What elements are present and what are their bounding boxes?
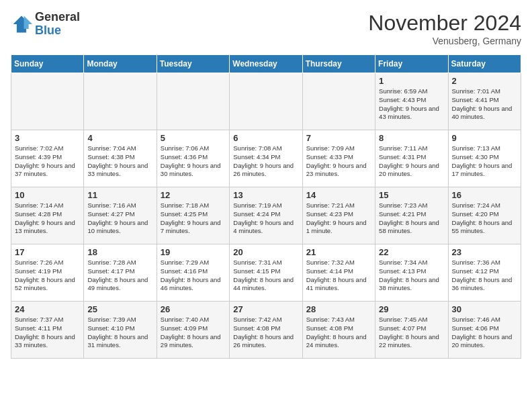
calendar-week-1: 3Sunrise: 7:02 AM Sunset: 4:39 PM Daylig… xyxy=(11,130,521,187)
th-thursday: Thursday xyxy=(302,55,375,73)
table-row: 9Sunrise: 7:13 AM Sunset: 4:30 PM Daylig… xyxy=(448,130,521,187)
day-number: 20 xyxy=(233,247,298,257)
day-info: Sunrise: 7:37 AM Sunset: 4:11 PM Dayligh… xyxy=(15,316,80,350)
day-number: 3 xyxy=(15,133,80,143)
title-area: November 2024 Venusberg, Germany xyxy=(368,11,521,46)
day-number: 27 xyxy=(233,304,298,314)
table-row: 20Sunrise: 7:31 AM Sunset: 4:15 PM Dayli… xyxy=(230,244,302,302)
svg-marker-1 xyxy=(24,15,32,29)
table-row: 28Sunrise: 7:43 AM Sunset: 4:08 PM Dayli… xyxy=(302,302,375,359)
calendar-header: Sunday Monday Tuesday Wednesday Thursday… xyxy=(11,55,521,73)
table-row: 16Sunrise: 7:24 AM Sunset: 4:20 PM Dayli… xyxy=(448,187,521,244)
table-row: 6Sunrise: 7:08 AM Sunset: 4:34 PM Daylig… xyxy=(230,130,302,187)
table-row: 7Sunrise: 7:09 AM Sunset: 4:33 PM Daylig… xyxy=(302,130,375,187)
day-number: 17 xyxy=(15,247,80,257)
table-row: 17Sunrise: 7:26 AM Sunset: 4:19 PM Dayli… xyxy=(11,244,84,302)
day-info: Sunrise: 7:40 AM Sunset: 4:09 PM Dayligh… xyxy=(161,316,226,350)
table-row: 15Sunrise: 7:23 AM Sunset: 4:21 PM Dayli… xyxy=(375,187,448,244)
table-row: 3Sunrise: 7:02 AM Sunset: 4:39 PM Daylig… xyxy=(11,130,84,187)
th-saturday: Saturday xyxy=(448,55,521,73)
day-info: Sunrise: 7:21 AM Sunset: 4:23 PM Dayligh… xyxy=(306,201,371,236)
day-info: Sunrise: 7:08 AM Sunset: 4:34 PM Dayligh… xyxy=(233,144,298,179)
day-number: 15 xyxy=(379,190,444,200)
table-row: 23Sunrise: 7:36 AM Sunset: 4:12 PM Dayli… xyxy=(448,244,521,302)
page: General Blue November 2024 Venusberg, Ge… xyxy=(0,0,532,364)
table-row: 13Sunrise: 7:19 AM Sunset: 4:24 PM Dayli… xyxy=(230,187,302,244)
day-info: Sunrise: 7:43 AM Sunset: 4:08 PM Dayligh… xyxy=(306,316,371,350)
location: Venusberg, Germany xyxy=(368,36,521,46)
day-info: Sunrise: 7:02 AM Sunset: 4:39 PM Dayligh… xyxy=(15,144,80,179)
day-info: Sunrise: 7:16 AM Sunset: 4:27 PM Dayligh… xyxy=(87,201,152,236)
day-number: 11 xyxy=(87,190,152,200)
day-number: 5 xyxy=(161,133,226,143)
day-info: Sunrise: 7:13 AM Sunset: 4:30 PM Dayligh… xyxy=(452,144,517,179)
logo-icon xyxy=(11,13,32,35)
table-row: 21Sunrise: 7:32 AM Sunset: 4:14 PM Dayli… xyxy=(302,244,375,302)
day-info: Sunrise: 7:04 AM Sunset: 4:38 PM Dayligh… xyxy=(87,144,152,179)
day-info: Sunrise: 7:06 AM Sunset: 4:36 PM Dayligh… xyxy=(161,144,226,179)
day-number: 14 xyxy=(306,190,371,200)
day-info: Sunrise: 7:09 AM Sunset: 4:33 PM Dayligh… xyxy=(306,144,371,179)
day-info: Sunrise: 7:11 AM Sunset: 4:31 PM Dayligh… xyxy=(379,144,444,179)
table-row: 25Sunrise: 7:39 AM Sunset: 4:10 PM Dayli… xyxy=(84,302,157,359)
calendar-week-3: 17Sunrise: 7:26 AM Sunset: 4:19 PM Dayli… xyxy=(11,244,521,302)
logo-general-text: General xyxy=(35,11,80,24)
day-info: Sunrise: 7:42 AM Sunset: 4:08 PM Dayligh… xyxy=(233,316,298,350)
logo-text: General Blue xyxy=(35,11,80,38)
day-number: 23 xyxy=(452,247,517,257)
day-info: Sunrise: 7:31 AM Sunset: 4:15 PM Dayligh… xyxy=(233,259,298,293)
day-number: 9 xyxy=(452,133,517,143)
day-number: 16 xyxy=(452,190,517,200)
day-number: 30 xyxy=(452,304,517,314)
table-row xyxy=(157,73,229,130)
day-number: 7 xyxy=(306,133,371,143)
calendar-week-2: 10Sunrise: 7:14 AM Sunset: 4:28 PM Dayli… xyxy=(11,187,521,244)
day-number: 18 xyxy=(87,247,152,257)
day-number: 22 xyxy=(379,247,444,257)
day-info: Sunrise: 7:18 AM Sunset: 4:25 PM Dayligh… xyxy=(161,201,226,236)
day-info: Sunrise: 7:19 AM Sunset: 4:24 PM Dayligh… xyxy=(233,201,298,236)
table-row: 8Sunrise: 7:11 AM Sunset: 4:31 PM Daylig… xyxy=(375,130,448,187)
header: General Blue November 2024 Venusberg, Ge… xyxy=(11,11,521,46)
day-info: Sunrise: 7:28 AM Sunset: 4:17 PM Dayligh… xyxy=(87,259,152,293)
table-row: 14Sunrise: 7:21 AM Sunset: 4:23 PM Dayli… xyxy=(302,187,375,244)
day-info: Sunrise: 7:45 AM Sunset: 4:07 PM Dayligh… xyxy=(379,316,444,350)
day-info: Sunrise: 7:46 AM Sunset: 4:06 PM Dayligh… xyxy=(452,316,517,350)
table-row: 29Sunrise: 7:45 AM Sunset: 4:07 PM Dayli… xyxy=(375,302,448,359)
day-info: Sunrise: 7:01 AM Sunset: 4:41 PM Dayligh… xyxy=(452,87,517,122)
table-row: 5Sunrise: 7:06 AM Sunset: 4:36 PM Daylig… xyxy=(157,130,229,187)
table-row: 27Sunrise: 7:42 AM Sunset: 4:08 PM Dayli… xyxy=(230,302,302,359)
day-info: Sunrise: 7:39 AM Sunset: 4:10 PM Dayligh… xyxy=(87,316,152,350)
month-title: November 2024 xyxy=(368,11,521,36)
day-info: Sunrise: 7:29 AM Sunset: 4:16 PM Dayligh… xyxy=(161,259,226,293)
table-row: 4Sunrise: 7:04 AM Sunset: 4:38 PM Daylig… xyxy=(84,130,157,187)
day-number: 12 xyxy=(161,190,226,200)
th-wednesday: Wednesday xyxy=(230,55,302,73)
day-number: 13 xyxy=(233,190,298,200)
day-number: 8 xyxy=(379,133,444,143)
calendar-table: Sunday Monday Tuesday Wednesday Thursday… xyxy=(11,54,521,359)
table-row xyxy=(230,73,302,130)
table-row: 19Sunrise: 7:29 AM Sunset: 4:16 PM Dayli… xyxy=(157,244,229,302)
day-number: 4 xyxy=(87,133,152,143)
day-number: 2 xyxy=(452,76,517,86)
calendar-week-0: 1Sunrise: 6:59 AM Sunset: 4:43 PM Daylig… xyxy=(11,73,521,130)
th-sunday: Sunday xyxy=(11,55,84,73)
th-friday: Friday xyxy=(375,55,448,73)
table-row: 26Sunrise: 7:40 AM Sunset: 4:09 PM Dayli… xyxy=(157,302,229,359)
calendar-body: 1Sunrise: 6:59 AM Sunset: 4:43 PM Daylig… xyxy=(11,73,521,359)
table-row: 12Sunrise: 7:18 AM Sunset: 4:25 PM Dayli… xyxy=(157,187,229,244)
day-info: Sunrise: 7:26 AM Sunset: 4:19 PM Dayligh… xyxy=(15,259,80,293)
day-number: 25 xyxy=(87,304,152,314)
calendar-week-4: 24Sunrise: 7:37 AM Sunset: 4:11 PM Dayli… xyxy=(11,302,521,359)
day-number: 10 xyxy=(15,190,80,200)
day-number: 19 xyxy=(161,247,226,257)
day-info: Sunrise: 7:32 AM Sunset: 4:14 PM Dayligh… xyxy=(306,259,371,293)
table-row: 11Sunrise: 7:16 AM Sunset: 4:27 PM Dayli… xyxy=(84,187,157,244)
day-number: 21 xyxy=(306,247,371,257)
table-row: 30Sunrise: 7:46 AM Sunset: 4:06 PM Dayli… xyxy=(448,302,521,359)
table-row: 10Sunrise: 7:14 AM Sunset: 4:28 PM Dayli… xyxy=(11,187,84,244)
day-number: 26 xyxy=(161,304,226,314)
day-number: 24 xyxy=(15,304,80,314)
th-tuesday: Tuesday xyxy=(157,55,229,73)
